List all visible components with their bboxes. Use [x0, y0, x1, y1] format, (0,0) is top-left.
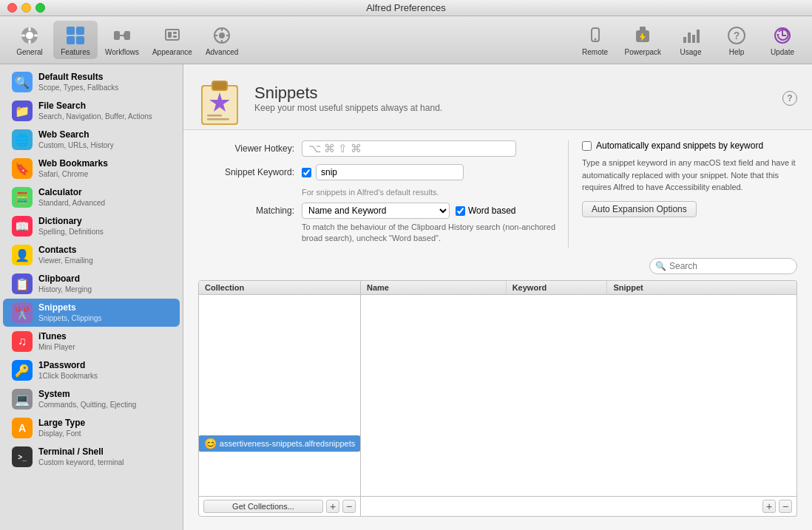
- sidebar-item-1password-name: 1Password: [38, 360, 98, 372]
- get-collections-button[interactable]: Get Collections...: [203, 500, 323, 513]
- sidebar-item-file-search[interactable]: 📁 File Search Search, Navigation, Buffer…: [3, 97, 180, 125]
- sidebar-item-calculator-name: Calculator: [38, 187, 105, 199]
- minimize-button[interactable]: [21, 3, 31, 13]
- sidebar-item-web-search-name: Web Search: [38, 129, 114, 141]
- terminal-icon: >_: [12, 446, 33, 467]
- toolbar-workflows[interactable]: Workflows: [99, 21, 145, 59]
- sidebar-item-default-results[interactable]: 🔍 Default Results Scope, Types, Fallback…: [3, 68, 180, 96]
- svg-rect-7: [76, 27, 84, 35]
- remove-collection-button[interactable]: −: [342, 500, 356, 513]
- svg-rect-43: [207, 118, 229, 120]
- sidebar-item-dictionary-desc: Spelling, Definitions: [38, 228, 104, 237]
- right-settings: Automatically expand snippets by keyword…: [568, 140, 797, 248]
- word-based-label: Word based: [468, 205, 515, 216]
- svg-point-1: [26, 32, 33, 39]
- remove-snippet-button[interactable]: −: [779, 500, 792, 513]
- toolbar-usage[interactable]: Usage: [669, 21, 713, 59]
- matching-row: Matching: Name and Keyword Name Only Key…: [198, 203, 568, 219]
- close-button[interactable]: [7, 3, 17, 13]
- matching-label: Matching:: [198, 205, 294, 216]
- snippets-title: Snippets: [254, 84, 442, 103]
- sidebar-item-default-results-name: Default Results: [38, 72, 118, 84]
- toolbar-remote-label: Remote: [582, 48, 608, 56]
- toolbar-general-label: General: [16, 48, 43, 56]
- snippet-keyword-checkbox[interactable]: [302, 168, 311, 177]
- svg-rect-2: [29, 27, 31, 31]
- auto-expand-button[interactable]: Auto Expansion Options: [582, 201, 697, 217]
- update-icon: [771, 24, 794, 47]
- snippets-subtitle: Keep your most useful snippets always at…: [254, 103, 442, 113]
- title-bar: Alfred Preferences: [0, 0, 812, 16]
- toolbar-help[interactable]: ? Help: [714, 21, 759, 59]
- sidebar-item-calculator[interactable]: 🧮 Calculator Standard, Advanced: [3, 183, 180, 211]
- sidebar-item-itunes[interactable]: ♫ iTunes Mini Player: [3, 327, 180, 356]
- sidebar-item-web-bookmarks-desc: Safari, Chrome: [38, 170, 108, 179]
- svg-rect-9: [76, 36, 84, 44]
- table-body: [361, 295, 796, 496]
- svg-rect-3: [29, 40, 31, 44]
- sidebar-item-1password[interactable]: 🔑 1Password 1Click Bookmarks: [3, 356, 180, 384]
- collection-panel: Collection 😊 assertiveness-snippets.alfr…: [198, 280, 361, 517]
- toolbar-usage-label: Usage: [680, 48, 702, 56]
- search-wrap: 🔍: [649, 258, 797, 274]
- word-based-checkbox[interactable]: [456, 206, 465, 216]
- toolbar-workflows-label: Workflows: [105, 48, 139, 56]
- search-bar-row: 🔍: [183, 258, 812, 280]
- powerpack-icon: [631, 24, 654, 47]
- svg-text:?: ?: [734, 30, 740, 41]
- viewer-hotkey-field[interactable]: ⌥⌘⇧⌘: [302, 140, 516, 157]
- sidebar-item-contacts[interactable]: 👤 Contacts Viewer, Emailing: [3, 241, 180, 269]
- window-controls[interactable]: [7, 3, 45, 13]
- collection-footer: Get Collections... + −: [199, 496, 360, 516]
- add-collection-button[interactable]: +: [326, 500, 339, 513]
- snippet-keyword-row: Snippet Keyword:: [198, 164, 568, 180]
- snippet-keyword-label: Snippet Keyword:: [198, 167, 294, 177]
- toolbar-features[interactable]: Features: [53, 21, 98, 59]
- sidebar-item-web-search[interactable]: 🌐 Web Search Custom, URLs, History: [3, 126, 180, 154]
- collection-body: 😊 assertiveness-snippets.alfredsnippets: [199, 295, 360, 496]
- sidebar-item-dictionary[interactable]: 📖 Dictionary Spelling, Definitions: [3, 212, 180, 240]
- sidebar-item-system-desc: Commands, Quitting, Ejecting: [38, 401, 136, 410]
- sidebar-item-web-bookmarks[interactable]: 🔖 Web Bookmarks Safari, Chrome: [3, 154, 180, 183]
- sidebar-item-calculator-desc: Standard, Advanced: [38, 199, 105, 208]
- sidebar-item-contacts-desc: Viewer, Emailing: [38, 256, 93, 265]
- sidebar-item-terminal-name: Terminal / Shell: [38, 446, 124, 458]
- sidebar-item-snippets[interactable]: ✂️ Snippets Snippets, Clippings: [3, 299, 180, 327]
- svg-rect-42: [207, 115, 222, 117]
- search-input[interactable]: [649, 258, 797, 274]
- snippet-keyword-input[interactable]: [316, 164, 464, 180]
- help-button[interactable]: ?: [782, 91, 797, 106]
- svg-rect-16: [173, 32, 177, 34]
- auto-expand-checkbox[interactable]: [582, 141, 592, 151]
- matching-select[interactable]: Name and Keyword Name Only Keyword Only: [302, 203, 450, 219]
- help-icon: ?: [725, 24, 748, 47]
- snippets-logo: [198, 76, 243, 120]
- advanced-icon: [210, 24, 234, 47]
- table-footer: + −: [361, 496, 796, 516]
- sidebar-item-terminal[interactable]: >_ Terminal / Shell Custom keyword, term…: [3, 443, 180, 471]
- add-snippet-button[interactable]: +: [762, 500, 776, 513]
- sidebar-item-clipboard-name: Clipboard: [38, 274, 92, 285]
- toolbar-general[interactable]: General: [7, 21, 52, 59]
- search-icon: 🔍: [655, 261, 666, 271]
- maximize-button[interactable]: [35, 3, 45, 13]
- usage-icon: [679, 24, 703, 47]
- svg-rect-29: [683, 37, 686, 43]
- sidebar-item-clipboard-desc: History, Merging: [38, 285, 92, 294]
- sidebar-item-terminal-desc: Custom keyword, terminal: [38, 458, 124, 467]
- sidebar-item-clipboard[interactable]: 📋 Clipboard History, Merging: [3, 270, 180, 298]
- large-type-icon: A: [12, 418, 33, 438]
- sidebar-item-large-type[interactable]: A Large Type Display, Font: [3, 414, 180, 442]
- toolbar-advanced[interactable]: Advanced: [200, 21, 244, 59]
- sidebar-item-snippets-name: Snippets: [38, 302, 102, 314]
- toolbar-help-label: Help: [729, 48, 745, 56]
- toolbar-powerpack[interactable]: Powerpack: [619, 21, 667, 59]
- for-snippets-text: For snippets in Alfred's default results…: [302, 188, 568, 197]
- hotkey-value: ⌥⌘⇧⌘: [308, 142, 365, 155]
- toolbar-update[interactable]: Update: [760, 21, 805, 59]
- toolbar-remote[interactable]: Remote: [573, 21, 618, 59]
- collection-selected-item[interactable]: 😊 assertiveness-snippets.alfredsnippets: [199, 435, 360, 452]
- sidebar-item-itunes-desc: Mini Player: [38, 343, 75, 352]
- sidebar-item-system[interactable]: 💻 System Commands, Quitting, Ejecting: [3, 385, 180, 413]
- toolbar-appearance[interactable]: Appearance: [146, 21, 198, 59]
